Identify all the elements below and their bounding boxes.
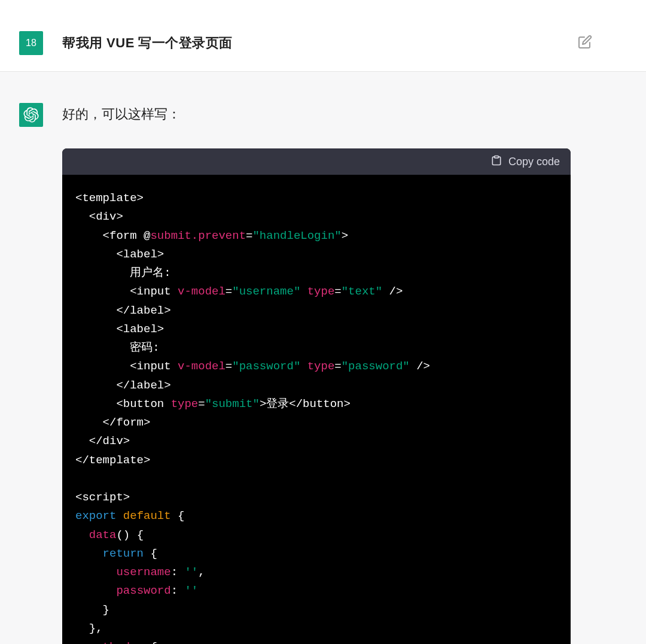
copy-code-button[interactable]: Copy code [490,154,560,169]
assistant-body: 好的，可以这样写： Copy code <template> <div> <fo… [62,103,571,644]
user-avatar: 18 [19,31,43,55]
clipboard-icon [490,154,502,169]
code-content[interactable]: <template> <div> <form @submit.prevent="… [62,175,571,644]
svg-rect-0 [495,156,499,157]
code-header: Copy code [62,148,571,175]
assistant-intro-text: 好的，可以这样写： [62,103,571,123]
assistant-avatar [19,103,43,127]
user-message-row: 18 帮我用 VUE 写一个登录页面 [0,0,646,72]
code-block: Copy code <template> <div> <form @submit… [62,148,571,644]
assistant-message-row: 好的，可以这样写： Copy code <template> <div> <fo… [0,72,646,644]
copy-code-label: Copy code [508,156,560,168]
user-avatar-number: 18 [26,38,36,48]
edit-icon[interactable] [578,35,592,51]
user-prompt-text: 帮我用 VUE 写一个登录页面 [62,34,233,52]
